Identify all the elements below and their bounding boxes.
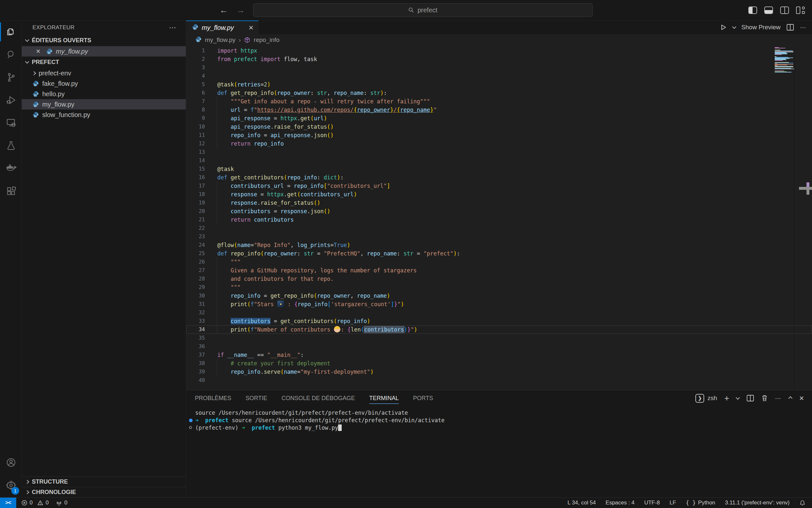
settings-gear-icon[interactable]: 1: [0, 474, 22, 497]
language-mode[interactable]: { } Python: [686, 500, 715, 506]
terminal-dropdown-chevron-icon[interactable]: [736, 395, 740, 400]
breadcrumb-file[interactable]: my_flow.py: [205, 36, 236, 44]
code-line-24[interactable]: 24@flow(name="Repo Info", log_prints=Tru…: [186, 241, 812, 249]
code-line-14[interactable]: 14: [186, 156, 812, 165]
breadcrumb-symbol[interactable]: repo_info: [254, 36, 279, 44]
explorer-more-actions-icon[interactable]: ⋯: [169, 24, 177, 32]
code-line-3[interactable]: 3: [186, 64, 812, 72]
command-decoration-icon[interactable]: [189, 419, 193, 422]
tree-item-hello-py[interactable]: hello.py: [22, 89, 186, 99]
section-structure[interactable]: STRUCTURE: [22, 476, 186, 487]
code-line-30[interactable]: 30 repo_info = get_repo_info(repo_owner,…: [186, 292, 812, 300]
problems-status[interactable]: 0 0: [21, 500, 49, 506]
customize-layout-icon[interactable]: [796, 6, 805, 14]
search-icon[interactable]: [0, 43, 22, 66]
split-terminal-icon[interactable]: [747, 394, 754, 402]
panel-tab-console-de-d-bogage[interactable]: CONSOLE DE DÉBOGAGE: [282, 390, 355, 406]
tree-item-prefect-env[interactable]: prefect-env: [22, 68, 186, 78]
minimap[interactable]: [775, 47, 794, 73]
code-line-40[interactable]: 40: [186, 376, 812, 384]
code-line-27[interactable]: 27 Given a GitHub repository, logs the n…: [186, 266, 812, 274]
code-editor[interactable]: 1import httpx2from prefect import flow, …: [186, 46, 812, 390]
encoding[interactable]: UTF-8: [644, 500, 660, 506]
code-line-37[interactable]: 37if __name__ == "__main__":: [186, 351, 812, 359]
explorer-icon[interactable]: [0, 20, 22, 43]
code-line-26[interactable]: 26 """: [186, 258, 812, 266]
toggle-secondary-sidebar-icon[interactable]: [780, 6, 789, 14]
code-line-36[interactable]: 36: [186, 342, 812, 351]
section-timeline[interactable]: CHRONOLOGIE: [22, 487, 186, 497]
section-open-editors[interactable]: ÉDITEURS OUVERTS: [22, 35, 186, 46]
code-line-18[interactable]: 18 response = httpx.get(contributors_url…: [186, 190, 812, 199]
code-line-23[interactable]: 23: [186, 232, 812, 241]
notifications-bell-icon[interactable]: [799, 500, 806, 506]
nav-back-icon[interactable]: ←: [220, 5, 228, 15]
kill-terminal-trash-icon[interactable]: [761, 394, 768, 402]
split-editor-icon[interactable]: [786, 24, 794, 31]
command-decoration-icon[interactable]: [189, 426, 192, 429]
tab-my-flow[interactable]: my_flow.py ✕: [186, 20, 258, 34]
tree-item-fake_flow-py[interactable]: fake_flow.py: [22, 78, 186, 89]
run-dropdown-chevron-icon[interactable]: [732, 25, 736, 29]
code-line-9[interactable]: 9 api_response = httpx.get(url): [186, 114, 812, 123]
remote-indicator[interactable]: ><: [0, 498, 16, 508]
new-terminal-icon[interactable]: +: [724, 393, 729, 404]
extensions-icon[interactable]: [0, 180, 22, 203]
code-line-4[interactable]: 4: [186, 72, 812, 80]
code-line-5[interactable]: 5@task(retries=2): [186, 80, 812, 89]
code-line-33[interactable]: 33 contributors = get_contributors(repo_…: [186, 317, 812, 325]
python-interpreter[interactable]: 3.11.1 ('prefect-env': venv): [725, 500, 790, 506]
code-line-13[interactable]: 13: [186, 148, 812, 156]
tree-item-slow_function-py[interactable]: slow_function.py: [22, 110, 186, 120]
code-line-17[interactable]: 17 contributors_url = repo_info["contrib…: [186, 182, 812, 190]
toggle-panel-icon[interactable]: [764, 6, 773, 14]
docker-icon[interactable]: [0, 157, 22, 180]
code-line-6[interactable]: 6def get_repo_info(repo_owner: str, repo…: [186, 89, 812, 97]
close-tab-icon[interactable]: ✕: [248, 24, 254, 32]
panel-tab-sortie[interactable]: SORTIE: [246, 390, 267, 406]
code-line-19[interactable]: 19 response.raise_for_status(): [186, 199, 812, 207]
panel-tab-terminal[interactable]: TERMINAL: [369, 390, 399, 406]
cursor-position[interactable]: L 34, col 54: [567, 500, 596, 506]
indentation[interactable]: Espaces : 4: [606, 500, 635, 506]
source-control-icon[interactable]: [0, 66, 22, 89]
show-preview-button[interactable]: Show Preview: [742, 24, 780, 31]
terminal[interactable]: source /Users/henricourdent/git/prefect/…: [186, 406, 812, 432]
code-line-21[interactable]: 21 return contributors: [186, 215, 812, 224]
code-line-2[interactable]: 2from prefect import flow, task: [186, 55, 812, 64]
code-line-25[interactable]: 25def repo_info(repo_owner: str = "Prefe…: [186, 249, 812, 258]
command-center-search[interactable]: prefect: [253, 3, 593, 17]
code-line-29[interactable]: 29 """: [186, 283, 812, 292]
run-python-file-icon[interactable]: [720, 24, 727, 31]
code-line-11[interactable]: 11 repo_info = api_response.json(): [186, 131, 812, 139]
terminal-shell-label[interactable]: ❯ zsh: [696, 394, 717, 403]
code-line-7[interactable]: 7 """Get info about a repo - will retry …: [186, 97, 812, 105]
code-line-32[interactable]: 32: [186, 308, 812, 317]
maximize-panel-icon[interactable]: [788, 396, 793, 400]
forwarded-ports-status[interactable]: 0: [56, 500, 67, 506]
close-editor-icon[interactable]: ✕: [36, 48, 42, 55]
close-panel-icon[interactable]: ✕: [799, 394, 804, 402]
code-line-22[interactable]: 22: [186, 224, 812, 232]
code-line-16[interactable]: 16def get_contributors(repo_info: dict):: [186, 173, 812, 182]
run-debug-icon[interactable]: [0, 89, 22, 112]
panel-tab-probl-mes[interactable]: PROBLÈMES: [195, 390, 231, 406]
panel-more-actions-icon[interactable]: ⋯: [775, 394, 782, 402]
tree-item-my_flow-py[interactable]: my_flow.py: [22, 99, 186, 110]
nav-forward-icon[interactable]: →: [236, 5, 245, 15]
open-editor-item[interactable]: ✕my_flow.py: [22, 46, 186, 56]
code-line-31[interactable]: 31 print(f"Stars : {repo_info['stargazer…: [186, 300, 812, 308]
panel-tab-ports[interactable]: PORTS: [413, 390, 433, 406]
code-line-39[interactable]: 39 repo_info.serve(name="my-first-deploy…: [186, 368, 812, 376]
code-line-35[interactable]: 35: [186, 334, 812, 342]
eol[interactable]: LF: [670, 500, 676, 506]
code-line-8[interactable]: 8 url = f"https://api.github.com/repos/{…: [186, 105, 812, 114]
code-line-12[interactable]: 12 return repo_info: [186, 139, 812, 148]
code-line-38[interactable]: 38 # create your first deployment: [186, 359, 812, 368]
code-line-20[interactable]: 20 contributors = response.json(): [186, 207, 812, 215]
code-line-1[interactable]: 1import httpx: [186, 46, 812, 55]
testing-icon[interactable]: [0, 134, 22, 157]
remote-explorer-icon[interactable]: [0, 112, 22, 134]
code-line-28[interactable]: 28 and contributors for that repo.: [186, 274, 812, 283]
account-icon[interactable]: [0, 451, 22, 474]
